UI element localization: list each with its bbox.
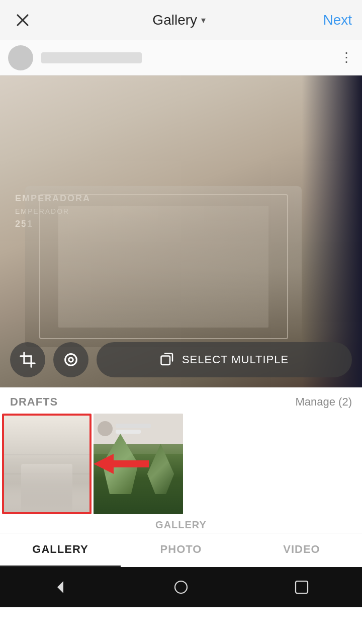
tab-video[interactable]: VIDEO [241,533,362,567]
boomerang-button[interactable] [53,342,88,377]
select-multiple-button[interactable]: SELECT MULTIPLE [97,342,352,377]
nav-recents-button[interactable] [293,578,311,596]
gallery-title: Gallery [152,12,197,28]
tab-photo[interactable]: PHOTO [121,533,241,567]
draft-thumbnail-image [4,416,89,512]
sculpture-visual [25,186,302,347]
gallery-section-label: GALLERY [0,514,362,533]
drafts-section: DRAFTS Manage (2) [0,387,362,533]
drafts-label: DRAFTS [10,395,58,409]
story-thumb-avatar [98,421,113,436]
android-nav-bar [0,567,362,607]
svg-rect-6 [161,356,170,365]
next-button[interactable]: Next [323,12,352,28]
story-thumb-header [94,414,183,444]
svg-marker-7 [94,454,149,474]
tab-gallery[interactable]: GALLERY [0,533,121,567]
drafts-header: DRAFTS Manage (2) [0,387,362,414]
bottom-tabs: GALLERY PHOTO VIDEO [0,533,362,567]
svg-marker-8 [57,581,63,593]
selection-arrow [94,451,149,476]
svg-rect-10 [296,581,308,593]
username-placeholder [41,52,142,63]
close-button[interactable] [10,8,35,33]
draft-thumbnail-selected[interactable] [2,414,92,514]
nav-back-button[interactable] [51,578,69,596]
story-thumb-username [116,424,151,434]
svg-point-9 [175,581,187,593]
select-multiple-label: SELECT MULTIPLE [182,353,289,366]
avatar [8,45,33,70]
more-options-button[interactable]: ⋮ [340,50,354,65]
crop-button[interactable] [10,342,45,377]
gallery-dropdown[interactable]: Gallery ▾ [152,12,206,28]
dropdown-arrow-icon: ▾ [201,15,206,26]
nav-home-button[interactable] [172,578,190,596]
drafts-thumbnails [0,414,362,514]
top-bar: Gallery ▾ Next [0,0,362,40]
manage-button[interactable]: Manage (2) [295,395,352,409]
image-overlay [302,75,362,387]
image-preview: EMPERADORA Emperador 251 [0,75,362,387]
story-bar: ⋮ [0,40,362,75]
image-controls: SELECT MULTIPLE [0,342,362,377]
preview-image: EMPERADORA Emperador 251 [0,75,362,387]
